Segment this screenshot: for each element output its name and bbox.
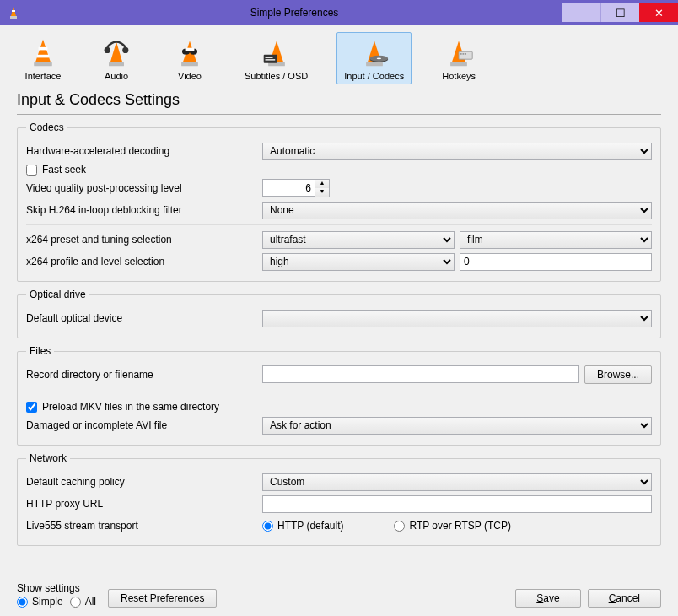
live555-rtp-label[interactable]: RTP over RTSP (TCP): [409, 520, 510, 532]
live555-label: Live555 stream transport: [26, 520, 262, 532]
show-simple-radio[interactable]: [17, 597, 28, 608]
caching-label: Default caching policy: [26, 476, 262, 488]
svg-rect-22: [366, 62, 383, 67]
svg-rect-27: [450, 62, 467, 67]
record-dir-label: Record directory or filename: [26, 369, 262, 381]
svg-rect-15: [186, 48, 195, 51]
cancel-button[interactable]: Cancel: [588, 589, 661, 608]
svg-rect-18: [263, 55, 277, 63]
optical-device-label: Default optical device: [26, 312, 262, 324]
svg-point-9: [105, 47, 110, 53]
x264-profile-label: x264 profile and level selection: [26, 256, 262, 267]
category-label: Interface: [25, 71, 62, 81]
svg-rect-2: [12, 10, 15, 12]
browse-button[interactable]: Browse...: [584, 365, 652, 384]
svg-rect-28: [459, 51, 472, 59]
svg-rect-8: [109, 62, 124, 67]
category-interface[interactable]: Interface: [17, 32, 69, 84]
spinner-up-icon[interactable]: ▲: [315, 180, 329, 188]
category-hotkeys[interactable]: Hotkeys: [433, 32, 485, 84]
show-simple-label[interactable]: Simple: [32, 596, 63, 608]
svg-rect-1: [10, 16, 17, 19]
category-toolbar: Interface Audio Video Subtitles / OSD In…: [0, 25, 678, 88]
live555-http-label[interactable]: HTTP (default): [277, 520, 343, 532]
svg-rect-12: [181, 62, 198, 67]
fast-seek-label[interactable]: Fast seek: [42, 164, 86, 176]
hw-decoding-label: Hardware-accelerated decoding: [26, 145, 262, 157]
codecs-group: Codecs Hardware-accelerated decoding Aut…: [17, 122, 661, 282]
proxy-input[interactable]: [262, 495, 652, 513]
page-title: Input & Codecs Settings: [17, 91, 661, 109]
caching-select[interactable]: Custom: [262, 473, 652, 491]
svg-rect-4: [34, 62, 52, 67]
svg-point-25: [376, 57, 380, 59]
proxy-label: HTTP proxy URL: [26, 498, 262, 510]
save-button[interactable]: Save: [515, 589, 580, 608]
x264-preset-select[interactable]: ultrafast: [262, 231, 455, 249]
svg-rect-29: [460, 53, 462, 55]
svg-rect-6: [37, 55, 49, 58]
app-icon: [7, 6, 20, 19]
x264-level-input[interactable]: [460, 253, 652, 271]
category-video[interactable]: Video: [164, 32, 216, 84]
video-quality-spinner[interactable]: ▲ ▼: [262, 179, 330, 197]
subtitles-cone-icon: [259, 37, 294, 69]
show-all-label[interactable]: All: [85, 596, 96, 608]
svg-marker-7: [110, 42, 122, 62]
preload-mkv-label[interactable]: Preload MKV files in the same directory: [42, 401, 219, 413]
disc-cone-icon: [357, 37, 392, 69]
category-label: Audio: [105, 71, 128, 81]
live555-rtp-radio[interactable]: [394, 521, 405, 532]
spinner-down-icon[interactable]: ▼: [315, 188, 329, 197]
show-all-radio[interactable]: [70, 597, 81, 608]
x264-preset-label: x264 preset and tuning selection: [26, 234, 262, 246]
category-label: Subtitles / OSD: [245, 71, 308, 81]
record-dir-input[interactable]: [262, 365, 579, 383]
category-label: Input / Codecs: [344, 71, 404, 81]
video-quality-label: Video quality post-processing level: [26, 182, 262, 194]
avi-label: Damaged or incomplete AVI file: [26, 419, 262, 431]
category-label: Hotkeys: [442, 71, 476, 81]
show-settings-title: Show settings: [17, 582, 96, 594]
codecs-separator: [26, 224, 652, 225]
title-separator: [17, 114, 661, 115]
x264-tuning-select[interactable]: film: [460, 231, 652, 249]
footer: Show settings Simple All Reset Preferenc…: [0, 577, 678, 616]
fast-seek-checkbox[interactable]: [26, 165, 37, 176]
svg-rect-31: [465, 53, 466, 55]
files-group: Files Record directory or filename Brows…: [17, 345, 661, 446]
cone-icon: [25, 37, 61, 69]
avi-select[interactable]: Ask for action: [262, 417, 652, 435]
svg-marker-3: [35, 40, 51, 62]
hw-decoding-select[interactable]: Automatic: [262, 143, 652, 160]
video-quality-input[interactable]: [262, 179, 315, 197]
skip-h264-select[interactable]: None: [262, 202, 652, 219]
titlebar: Simple Preferences — ☐ ✕: [0, 0, 678, 25]
codecs-legend: Codecs: [26, 122, 67, 133]
svg-rect-20: [265, 59, 275, 60]
network-group: Network Default caching policy Custom HT…: [17, 452, 661, 546]
x264-profile-select[interactable]: high: [262, 253, 455, 271]
category-subtitles[interactable]: Subtitles / OSD: [237, 32, 315, 84]
svg-rect-30: [463, 53, 465, 55]
category-audio[interactable]: Audio: [90, 32, 143, 84]
preload-mkv-checkbox[interactable]: [26, 402, 37, 413]
close-button[interactable]: ✕: [639, 3, 678, 22]
skip-h264-label: Skip H.264 in-loop deblocking filter: [26, 204, 262, 216]
optical-device-select[interactable]: [262, 310, 652, 327]
reset-preferences-button[interactable]: Reset Preferences: [108, 589, 217, 608]
optical-group: Optical drive Default optical device: [17, 289, 661, 338]
window-title: Simple Preferences: [27, 7, 562, 19]
svg-point-10: [122, 47, 128, 53]
network-legend: Network: [26, 452, 70, 464]
headphones-cone-icon: [99, 37, 134, 69]
svg-rect-5: [39, 47, 48, 51]
svg-rect-19: [265, 57, 272, 58]
maximize-button[interactable]: ☐: [600, 3, 639, 22]
minimize-button[interactable]: —: [562, 3, 600, 22]
category-input-codecs[interactable]: Input / Codecs: [336, 32, 412, 84]
category-label: Video: [178, 71, 202, 81]
live555-http-radio[interactable]: [262, 521, 273, 532]
keyboard-cone-icon: [441, 37, 476, 69]
files-legend: Files: [26, 345, 54, 357]
